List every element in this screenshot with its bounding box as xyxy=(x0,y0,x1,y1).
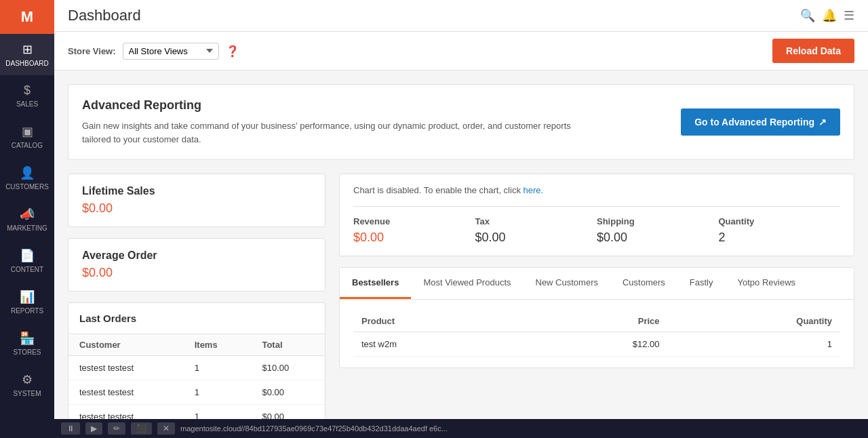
lifetime-sales-label: Lifetime Sales xyxy=(82,185,311,197)
system-icon: ⚙ xyxy=(22,372,33,387)
topbar-actions: 🔍 🔔 ☰ xyxy=(800,8,854,23)
metric-tax: Tax $0.00 xyxy=(475,216,597,245)
order-total: $0.00 xyxy=(251,380,325,405)
orders-col-customer: Customer xyxy=(68,334,184,356)
product-name: test w2m xyxy=(353,332,524,357)
sidebar-logo: M xyxy=(0,0,54,34)
revenue-label: Revenue xyxy=(353,216,475,226)
orders-col-total: Total xyxy=(251,334,325,356)
search-icon[interactable]: 🔍 xyxy=(800,8,815,23)
reports-icon: 📊 xyxy=(20,290,35,304)
metric-quantity: Quantity 2 xyxy=(719,216,841,245)
table-row: testest testest 1 $10.00 xyxy=(68,356,325,380)
sidebar-item-marketing[interactable]: 📣 MARKETING xyxy=(0,199,54,240)
catalog-icon: ▣ xyxy=(22,124,33,139)
order-customer: testest testest xyxy=(68,380,184,405)
order-customer: testest testest xyxy=(68,356,184,380)
lifetime-sales-value: $0.00 xyxy=(82,201,311,216)
sidebar-item-system[interactable]: ⚙ SYSTEM xyxy=(0,364,54,405)
sidebar: M ⊞ DASHBOARD $ SALES ▣ CATALOG 👤 CUSTOM… xyxy=(0,0,54,438)
two-col-layout: Lifetime Sales $0.00 Average Order $0.00… xyxy=(68,174,854,430)
metrics-row: Revenue $0.00 Tax $0.00 Shipping $0.00 xyxy=(353,206,840,245)
sales-icon: $ xyxy=(24,83,31,98)
tabs-bar: Bestsellers Most Viewed Products New Cus… xyxy=(340,268,854,300)
sidebar-item-dashboard[interactable]: ⊞ DASHBOARD xyxy=(0,34,54,75)
toolbar-edit-btn[interactable]: ✏ xyxy=(108,422,125,435)
average-order-label: Average Order xyxy=(82,250,311,262)
product-price: $12.00 xyxy=(524,332,667,357)
dashboard-icon: ⊞ xyxy=(22,42,33,57)
left-column: Lifetime Sales $0.00 Average Order $0.00… xyxy=(68,174,326,430)
tab-yotpo[interactable]: Yotpo Reviews xyxy=(726,268,808,299)
lifetime-sales-box: Lifetime Sales $0.00 xyxy=(68,174,326,227)
help-icon[interactable]: ❓ xyxy=(226,45,239,58)
advanced-reporting-text: Advanced Reporting Gain new insights and… xyxy=(82,98,591,146)
order-items: 1 xyxy=(184,380,252,405)
table-row: testest testest 1 $0.00 xyxy=(68,380,325,405)
tabs-section: Bestsellers Most Viewed Products New Cus… xyxy=(339,267,854,368)
topbar: Dashboard 🔍 🔔 ☰ xyxy=(54,0,868,32)
tab-customers[interactable]: Customers xyxy=(610,268,677,299)
reload-data-button[interactable]: Reload Data xyxy=(772,39,854,63)
quantity-label: Quantity xyxy=(719,216,841,226)
store-view-label: Store View: xyxy=(68,46,116,56)
store-view-select[interactable]: All Store Views Default Store View xyxy=(123,43,219,60)
tab-new-customers[interactable]: New Customers xyxy=(524,268,610,299)
marketing-icon: 📣 xyxy=(20,207,35,222)
orders-col-items: Items xyxy=(184,334,252,356)
products-table: Product Price Quantity test w2m $12.00 1 xyxy=(353,311,840,357)
average-order-box: Average Order $0.00 xyxy=(68,238,326,292)
menu-icon[interactable]: ☰ xyxy=(844,8,854,23)
main-content: Dashboard 🔍 🔔 ☰ Store View: All Store Vi… xyxy=(54,0,868,438)
last-orders-box: Last Orders Customer Items Total te xyxy=(68,302,326,430)
right-column: Chart is disabled. To enable the chart, … xyxy=(339,174,854,430)
order-items: 1 xyxy=(184,356,252,380)
toolbar-close-btn[interactable]: ✕ xyxy=(157,422,175,435)
quantity-value: 2 xyxy=(719,231,841,245)
tax-label: Tax xyxy=(475,216,597,226)
tab-most-viewed[interactable]: Most Viewed Products xyxy=(411,268,523,299)
metric-revenue: Revenue $0.00 xyxy=(353,216,475,245)
last-orders-table: Customer Items Total testest testest 1 $… xyxy=(68,334,325,429)
shipping-label: Shipping xyxy=(597,216,719,226)
chart-enable-link[interactable]: here. xyxy=(524,185,544,195)
advanced-reporting-section: Advanced Reporting Gain new insights and… xyxy=(68,84,854,160)
metric-shipping: Shipping $0.00 xyxy=(597,216,719,245)
average-order-value: $0.00 xyxy=(82,266,311,280)
notifications-icon[interactable]: 🔔 xyxy=(822,8,837,23)
external-link-icon: ↗ xyxy=(818,117,827,127)
customers-icon: 👤 xyxy=(20,165,35,180)
bottom-toolbar: ⏸ ▶ ✏ ⬛ ✕ magentosite.cloud//84bd127935a… xyxy=(54,419,868,438)
stores-icon: 🏪 xyxy=(20,331,35,346)
revenue-value: $0.00 xyxy=(353,231,475,245)
toolbar-stop-btn[interactable]: ⬛ xyxy=(131,422,152,435)
products-col-price: Price xyxy=(524,311,667,332)
sidebar-item-stores[interactable]: 🏪 STORES xyxy=(0,323,54,364)
toolbar-pause-btn[interactable]: ⏸ xyxy=(61,422,80,435)
chart-disabled-message: Chart is disabled. To enable the chart, … xyxy=(353,185,840,195)
tab-fastly[interactable]: Fastly xyxy=(677,268,726,299)
product-quantity: 1 xyxy=(668,332,840,357)
chart-area: Chart is disabled. To enable the chart, … xyxy=(339,174,854,256)
tab-content: Product Price Quantity test w2m $12.00 1 xyxy=(340,300,854,367)
products-col-quantity: Quantity xyxy=(668,311,840,332)
page-title: Dashboard xyxy=(68,7,141,24)
tax-value: $0.00 xyxy=(475,231,597,245)
sidebar-item-catalog[interactable]: ▣ CATALOG xyxy=(0,116,54,157)
sidebar-item-sales[interactable]: $ SALES xyxy=(0,75,54,116)
content-area: Advanced Reporting Gain new insights and… xyxy=(54,71,868,438)
sidebar-item-content[interactable]: 📄 CONTENT xyxy=(0,240,54,281)
sidebar-item-customers[interactable]: 👤 CUSTOMERS xyxy=(0,157,54,199)
store-view-left: Store View: All Store Views Default Stor… xyxy=(68,43,239,60)
content-icon: 📄 xyxy=(20,248,35,263)
toolbar-play-btn[interactable]: ▶ xyxy=(85,422,102,435)
products-col-product: Product xyxy=(353,311,524,332)
table-row: test w2m $12.00 1 xyxy=(353,332,840,357)
advanced-reporting-description: Gain new insights and take command of yo… xyxy=(82,119,591,146)
advanced-reporting-title: Advanced Reporting xyxy=(82,98,591,113)
shipping-value: $0.00 xyxy=(597,231,719,245)
sidebar-item-reports[interactable]: 📊 REPORTS xyxy=(0,281,54,323)
toolbar-url: magentosite.cloud//84bd127935ae0969c73e4… xyxy=(180,424,861,433)
tab-bestsellers[interactable]: Bestsellers xyxy=(340,268,411,299)
advanced-reporting-button[interactable]: Go to Advanced Reporting ↗ xyxy=(681,108,840,136)
